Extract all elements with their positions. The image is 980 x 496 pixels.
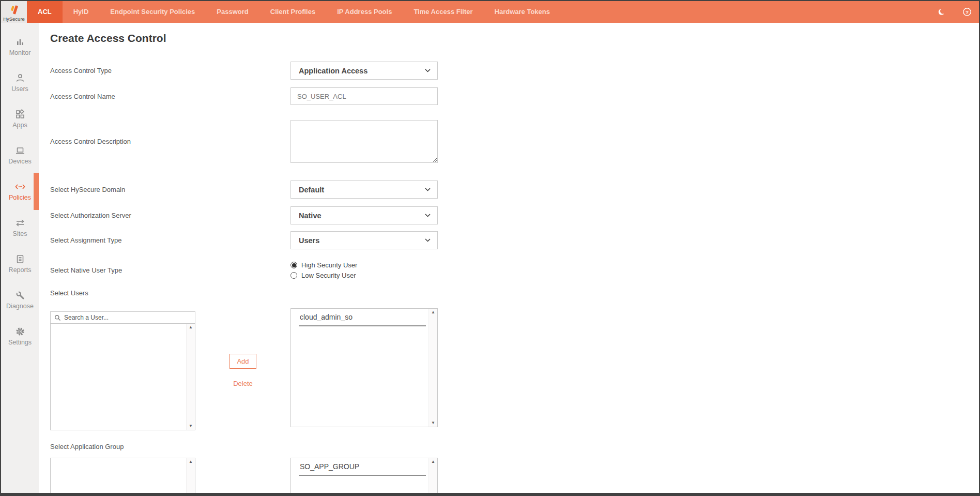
monitor-bar-chart-icon (15, 37, 25, 47)
select-application-group-label: Select Application Group (50, 443, 979, 450)
scroll-down-arrow-icon[interactable]: ▼ (431, 421, 435, 425)
available-groups-column: ▲ ▼ (50, 458, 195, 493)
sidebar-label: Users (11, 85, 28, 93)
listbox-scrollbar[interactable]: ▲ ▼ (186, 458, 195, 493)
access-control-name-input[interactable] (290, 87, 438, 105)
available-users-column: ▲ ▼ (50, 308, 195, 430)
radio-label: High Security User (301, 261, 357, 269)
tab-hardware-tokens[interactable]: Hardware Tokens (484, 1, 561, 23)
tab-time-access-filter[interactable]: Time Access Filter (403, 1, 483, 23)
form-row-access-control-description: Access Control Description (50, 120, 979, 163)
sidebar-item-settings[interactable]: Settings (1, 322, 39, 351)
sidebar-label: Devices (8, 158, 31, 165)
dark-mode-moon-icon[interactable] (937, 7, 946, 17)
selected-groups-listbox[interactable]: SO_APP_GROUP ▲ ▼ (290, 458, 438, 493)
select-value: Native (299, 212, 321, 220)
tab-acl[interactable]: ACL (27, 1, 63, 23)
select-users-label: Select Users (50, 289, 979, 297)
topbar-actions: ? (937, 1, 979, 23)
selected-user-item[interactable]: cloud_admin_so (299, 312, 426, 326)
brand-logo: HySecure (1, 1, 27, 23)
sidebar-label: Apps (12, 122, 27, 129)
radio-high-security-user[interactable]: High Security User (290, 261, 357, 269)
sidebar-item-reports[interactable]: Reports (1, 249, 39, 278)
sidebar-item-sites[interactable]: Sites (1, 213, 39, 242)
devices-laptop-icon (15, 145, 25, 156)
sidebar-label: Policies (9, 194, 31, 201)
scroll-up-arrow-icon[interactable]: ▲ (189, 460, 193, 464)
sidebar-label: Reports (9, 266, 32, 274)
selected-users-listbox[interactable]: cloud_admin_so ▲ ▼ (290, 308, 438, 427)
scroll-down-arrow-icon[interactable]: ▼ (189, 424, 193, 428)
sidebar-item-devices[interactable]: Devices (1, 141, 39, 170)
scroll-up-arrow-icon[interactable]: ▲ (431, 310, 435, 314)
scroll-up-arrow-icon[interactable]: ▲ (431, 460, 435, 464)
form-row-access-control-type: Access Control Type Application Access (50, 62, 979, 80)
radio-button-checked[interactable] (290, 262, 297, 268)
scroll-up-arrow-icon[interactable]: ▲ (189, 325, 193, 329)
form-row-assignment-type: Select Assignment Type Users (50, 231, 979, 249)
policies-code-brackets-icon (14, 182, 26, 192)
authorization-server-label: Select Authorization Server (50, 206, 290, 224)
available-groups-listbox[interactable]: ▲ ▼ (50, 458, 195, 493)
tab-ip-address-pools[interactable]: IP Address Pools (326, 1, 403, 23)
selected-group-item[interactable]: SO_APP_GROUP (299, 462, 426, 476)
available-users-listbox[interactable]: ▲ ▼ (50, 323, 195, 430)
help-icon[interactable]: ? (962, 7, 972, 17)
add-button[interactable]: Add (229, 354, 256, 369)
page-title: Create Access Control (50, 31, 979, 46)
delete-button[interactable]: Delete (233, 380, 253, 387)
radio-button-unchecked[interactable] (290, 272, 297, 279)
apps-grid-icon (15, 109, 25, 119)
native-user-type-radio-group: High Security User Low Security User (290, 261, 357, 280)
tab-strip: ACL HyID Endpoint Security Policies Pass… (27, 1, 937, 23)
native-user-type-label: Select Native User Type (50, 261, 290, 280)
selected-users-column: cloud_admin_so ▲ ▼ (290, 308, 438, 430)
sidebar-item-monitor[interactable]: Monitor (1, 32, 39, 61)
application-group-dual-list: ▲ ▼ SO_APP_GROUP ▲ ▼ (50, 458, 979, 493)
authorization-server-select[interactable]: Native (290, 206, 438, 224)
svg-text:?: ? (966, 9, 969, 15)
chevron-down-icon (425, 69, 431, 72)
reports-document-icon (15, 254, 25, 264)
chevron-down-icon (425, 188, 431, 191)
transfer-buttons-spacer (195, 458, 290, 493)
sidebar-item-diagnose[interactable]: Diagnose (1, 285, 39, 314)
chevron-down-icon (425, 238, 431, 242)
listbox-scrollbar[interactable]: ▲ ▼ (428, 458, 437, 493)
access-control-description-textarea[interactable] (290, 120, 438, 163)
tab-endpoint-security-policies[interactable]: Endpoint Security Policies (99, 1, 206, 23)
settings-gear-icon (15, 326, 25, 337)
tab-password[interactable]: Password (206, 1, 259, 23)
sidebar-item-apps[interactable]: Apps (1, 104, 39, 133)
access-control-description-label: Access Control Description (50, 120, 290, 163)
listbox-scrollbar[interactable]: ▲ ▼ (428, 309, 437, 427)
access-control-type-select[interactable]: Application Access (290, 62, 438, 80)
select-value: Default (299, 186, 324, 194)
radio-label: Low Security User (301, 272, 356, 279)
user-search-input[interactable] (64, 314, 191, 321)
sidebar-item-users[interactable]: Users (1, 68, 39, 97)
main-content: Create Access Control Access Control Typ… (39, 23, 979, 493)
form-row-hysecure-domain: Select HySecure Domain Default (50, 181, 979, 199)
assignment-type-select[interactable]: Users (290, 231, 438, 249)
radio-low-security-user[interactable]: Low Security User (290, 271, 357, 280)
tab-client-profiles[interactable]: Client Profiles (259, 1, 326, 23)
transfer-buttons: Add Delete (195, 308, 290, 430)
tab-hyid[interactable]: HyID (63, 1, 100, 23)
form-row-authorization-server: Select Authorization Server Native (50, 206, 979, 224)
sidebar-label: Diagnose (6, 303, 34, 310)
sites-swap-arrows-icon (15, 218, 25, 228)
user-search-box (50, 311, 195, 324)
listbox-scrollbar[interactable]: ▲ ▼ (186, 324, 195, 430)
sidebar: Monitor Users Apps Devices (1, 23, 39, 493)
sidebar-item-policies[interactable]: Policies (1, 177, 39, 206)
hysecure-logo-icon (7, 4, 21, 17)
select-value: Application Access (299, 67, 368, 75)
select-value: Users (299, 236, 319, 245)
access-control-type-label: Access Control Type (50, 62, 290, 80)
hysecure-domain-select[interactable]: Default (290, 181, 438, 199)
search-icon (54, 314, 61, 321)
sidebar-label: Monitor (9, 49, 31, 56)
form-row-native-user-type: Select Native User Type High Security Us… (50, 261, 979, 280)
